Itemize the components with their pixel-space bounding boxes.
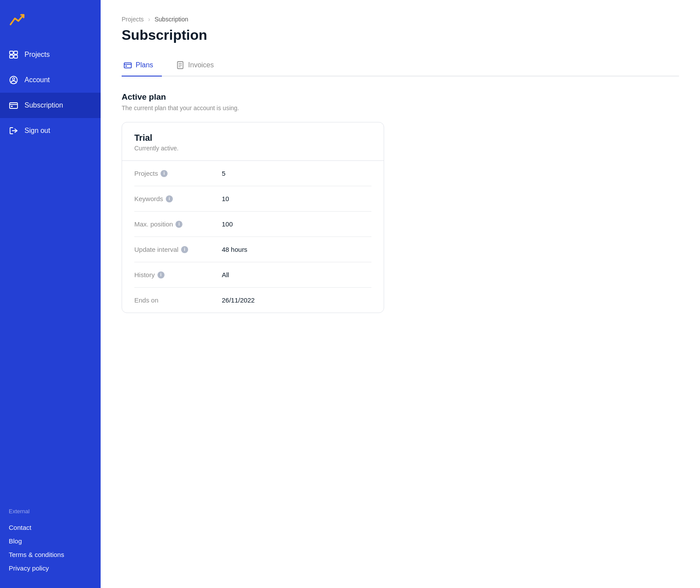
svg-rect-11	[124, 63, 131, 68]
plan-name: Trial	[134, 133, 371, 143]
tab-plans-label: Plans	[136, 61, 153, 69]
svg-rect-7	[10, 103, 18, 108]
tab-invoices-label: Invoices	[188, 61, 214, 69]
sidebar-item-projects[interactable]: Projects	[0, 42, 101, 67]
sidebar-item-signout[interactable]: Sign out	[0, 118, 101, 143]
feature-value-keywords: 10	[222, 195, 229, 202]
invoices-tab-icon	[176, 61, 185, 70]
active-plan-section: Active plan The current plan that your a…	[122, 92, 679, 313]
plan-card-header: Trial Currently active.	[122, 122, 384, 161]
feature-label-max-position: Max. position i	[134, 220, 222, 228]
feature-value-ends-on: 26/11/2022	[222, 296, 255, 304]
logo-icon	[9, 10, 26, 28]
breadcrumb-current: Subscription	[154, 16, 188, 23]
feature-row-projects: Projects i 5	[134, 161, 371, 186]
feature-label-update-interval: Update interval i	[134, 246, 222, 253]
tab-invoices[interactable]: Invoices	[174, 56, 223, 77]
svg-rect-9	[11, 106, 13, 107]
plan-card: Trial Currently active. Projects i 5 Key…	[122, 122, 384, 313]
feature-label-ends-on: Ends on	[134, 296, 222, 304]
sidebar-nav: Projects Account Subscription	[0, 42, 101, 499]
feature-value-projects: 5	[222, 170, 225, 177]
breadcrumb-separator: ›	[148, 16, 150, 23]
external-link-contact[interactable]: Contact	[9, 521, 92, 534]
sidebar: Projects Account Subscription	[0, 0, 101, 588]
signout-icon	[9, 126, 18, 136]
page-title: Subscription	[122, 27, 679, 43]
info-icon-max-position[interactable]: i	[175, 221, 182, 228]
account-icon	[9, 75, 18, 85]
feature-row-max-position: Max. position i 100	[134, 212, 371, 237]
svg-rect-0	[9, 10, 26, 28]
sidebar-item-subscription-label: Subscription	[24, 101, 63, 109]
feature-row-update-interval: Update interval i 48 hours	[134, 237, 371, 262]
tab-plans[interactable]: Plans	[122, 56, 162, 77]
feature-row-history: History i All	[134, 262, 371, 288]
info-icon-history[interactable]: i	[158, 271, 164, 278]
projects-icon	[9, 50, 18, 59]
external-link-privacy[interactable]: Privacy policy	[9, 561, 92, 575]
sidebar-item-account-label: Account	[24, 76, 50, 84]
subscription-icon	[9, 101, 18, 110]
feature-value-max-position: 100	[222, 220, 233, 228]
svg-rect-3	[10, 55, 13, 58]
plans-tab-icon	[123, 61, 132, 70]
svg-rect-13	[126, 66, 127, 66]
plan-status: Currently active.	[134, 145, 371, 152]
svg-rect-2	[14, 51, 18, 54]
feature-value-history: All	[222, 271, 229, 278]
feature-row-ends-on: Ends on 26/11/2022	[134, 288, 371, 313]
tabs: Plans Invoices	[122, 56, 679, 77]
external-label: External	[9, 508, 92, 515]
section-subtitle: The current plan that your account is us…	[122, 104, 679, 111]
external-link-blog[interactable]: Blog	[9, 534, 92, 548]
feature-row-keywords: Keywords i 10	[134, 186, 371, 212]
info-icon-keywords[interactable]: i	[166, 195, 173, 202]
plan-features: Projects i 5 Keywords i 10 Max. po	[122, 161, 384, 313]
logo	[0, 0, 101, 42]
info-icon-update-interval[interactable]: i	[181, 246, 188, 253]
sidebar-external: External Contact Blog Terms & conditions…	[0, 499, 101, 588]
sidebar-item-account[interactable]: Account	[0, 67, 101, 93]
main-content: Projects › Subscription Subscription Pla…	[101, 0, 700, 588]
feature-label-history: History i	[134, 271, 222, 278]
sidebar-item-projects-label: Projects	[24, 51, 50, 59]
svg-rect-1	[10, 51, 13, 54]
sidebar-item-subscription[interactable]: Subscription	[0, 93, 101, 118]
svg-point-6	[13, 78, 15, 80]
svg-rect-4	[14, 55, 18, 58]
breadcrumb-parent[interactable]: Projects	[122, 16, 144, 23]
breadcrumb: Projects › Subscription	[122, 16, 679, 23]
feature-label-keywords: Keywords i	[134, 195, 222, 202]
external-link-terms[interactable]: Terms & conditions	[9, 548, 92, 561]
feature-value-update-interval: 48 hours	[222, 246, 247, 253]
feature-label-projects: Projects i	[134, 170, 222, 177]
section-title: Active plan	[122, 92, 679, 102]
info-icon-projects[interactable]: i	[161, 170, 168, 177]
sidebar-item-signout-label: Sign out	[24, 127, 50, 135]
